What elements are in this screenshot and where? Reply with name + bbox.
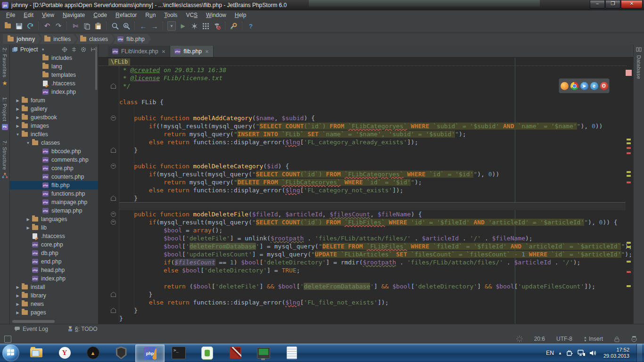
tool-button-1-project[interactable]: 1: ProjectPS: [2, 97, 8, 130]
coverage-icon[interactable]: [200, 21, 211, 31]
project-pane-title[interactable]: Project: [20, 46, 38, 53]
chevron-right-icon[interactable]: ▶: [14, 285, 22, 289]
tree-item-incfiles[interactable]: ▼incfiles: [10, 130, 98, 139]
run-config-icon[interactable]: ▼: [166, 21, 177, 31]
menu-run[interactable]: Run: [141, 12, 160, 18]
code-line[interactable]: class FLib {: [119, 98, 626, 106]
warning-stripe-mark[interactable]: [627, 246, 631, 248]
error-stripe-mark[interactable]: [627, 181, 631, 183]
tree-item-bbcode.php[interactable]: phpbbcode.php: [10, 147, 98, 156]
menu-view[interactable]: View: [38, 12, 58, 18]
hector-inspections-icon[interactable]: [631, 336, 637, 342]
code-line[interactable]: if(mysql_result(mysql_query("SELECT COUN…: [119, 218, 626, 226]
editor-body[interactable]: \FLib * @created on 29.03.13 16:38 * @li…: [99, 58, 633, 324]
tree-item-library[interactable]: ▶library: [10, 291, 98, 300]
code-line[interactable]: if($filesCount == 1) $bool['deleteDirect…: [119, 258, 626, 266]
chevron-down-icon[interactable]: ▼: [41, 48, 45, 52]
caret-position[interactable]: 20:6: [534, 336, 545, 342]
taskbar-item-notepad[interactable]: [278, 345, 306, 362]
code-line[interactable]: return mysql_query("DELETE FROM `FLibCat…: [119, 178, 626, 186]
ie-icon[interactable]: e: [590, 82, 598, 90]
forward-icon[interactable]: →: [149, 21, 160, 31]
taskbar-item-phpstorm[interactable]: php: [135, 345, 165, 362]
debug-icon[interactable]: [189, 21, 200, 31]
editor-code[interactable]: * @created on 29.03.13 16:38 * @license …: [119, 66, 626, 322]
menu-vcs[interactable]: VCS: [182, 12, 202, 18]
tree-item-images[interactable]: ▶images: [10, 122, 98, 130]
code-line[interactable]: else return functions::display_error($ln…: [119, 186, 626, 194]
code-line[interactable]: }: [119, 194, 626, 202]
tree-item-index.php[interactable]: phpindex.php: [10, 274, 98, 283]
taskbar-item-qip[interactable]: [193, 345, 221, 362]
code-line[interactable]: [119, 202, 626, 210]
tree-item-lib[interactable]: ▶lib: [10, 223, 98, 232]
tree-item-lang[interactable]: lang: [10, 62, 98, 71]
code-line[interactable]: public function modelDeleteCategory($id)…: [119, 162, 626, 170]
chrome-icon[interactable]: [570, 82, 578, 90]
tree-item-install[interactable]: ▶install: [10, 283, 98, 291]
fold-start-icon[interactable]: [111, 220, 116, 225]
chevron-right-icon[interactable]: ▶: [14, 302, 22, 306]
taskbar-item-aimp[interactable]: ▲: [79, 345, 107, 362]
breadcrumb-classes[interactable]: classes: [75, 34, 115, 44]
error-stripe-mark[interactable]: [627, 147, 631, 149]
error-stripe-top-mark[interactable]: [626, 70, 632, 76]
code-line[interactable]: [119, 154, 626, 162]
editor-gutter[interactable]: [108, 66, 119, 324]
replace-icon[interactable]: A: [121, 21, 132, 31]
code-line[interactable]: public function modelDeleteFile($fileId,…: [119, 210, 626, 218]
fold-end-icon[interactable]: [111, 292, 116, 297]
minimize-button[interactable]: –: [590, 0, 605, 8]
warning-stripe-mark[interactable]: [627, 242, 631, 244]
fold-start-icon[interactable]: [111, 212, 116, 217]
cut-icon[interactable]: ✄: [70, 21, 81, 31]
tree-item-comments.php[interactable]: phpcomments.php: [10, 156, 98, 164]
breadcrumb-incfiles[interactable]: incfiles: [40, 34, 77, 44]
tab-flib.php[interactable]: phpflib.php✕: [170, 46, 214, 57]
tree-item-flib.php[interactable]: phpflib.php: [10, 181, 98, 189]
warning-stripe-mark[interactable]: [627, 175, 631, 177]
tree-item-pages[interactable]: ▶pages: [10, 308, 98, 317]
code-line[interactable]: if(mysql_result(mysql_query("SELECT COUN…: [119, 170, 626, 178]
back-icon[interactable]: ←: [138, 21, 149, 31]
close-tab-icon[interactable]: ✕: [205, 49, 209, 54]
safari-icon[interactable]: ➤: [580, 82, 588, 90]
taskbar-item-terminal[interactable]: >_: [165, 345, 193, 362]
file-encoding[interactable]: UTF-8: [556, 336, 572, 342]
code-line[interactable]: [119, 274, 626, 282]
menu-file[interactable]: File: [2, 12, 19, 18]
code-line[interactable]: public function modelAddCategory($name, …: [119, 114, 626, 122]
code-line[interactable]: return ($bool['deleteFile'] && $bool['de…: [119, 282, 626, 290]
fold-start-icon[interactable]: [111, 115, 116, 121]
menu-navigate[interactable]: Navigate: [58, 12, 89, 18]
gear-icon[interactable]: [81, 47, 87, 53]
chevron-right-icon[interactable]: ▶: [14, 124, 22, 128]
tool-button-database[interactable]: Database: [636, 55, 642, 79]
settings-icon[interactable]: [228, 21, 239, 31]
tree-item-mainpage.php[interactable]: phpmainpage.php: [10, 198, 98, 206]
tree-item-functions.php[interactable]: phpfunctions.php: [10, 189, 98, 198]
tree-item-db.php[interactable]: phpdb.php: [10, 249, 98, 257]
menu-window[interactable]: Window: [202, 12, 231, 18]
tool-button-2-favorites[interactable]: 2: Favorites★: [2, 48, 8, 87]
collapse-all-icon[interactable]: [71, 47, 77, 53]
code-line[interactable]: * @license FLib/license.txt: [119, 74, 626, 82]
tool-button-7-structure[interactable]: 7: Structure: [2, 140, 8, 179]
taskbar-item-system-monitor[interactable]: [249, 345, 278, 362]
code-line[interactable]: $bool['deleteFile'] = unlink($rootpath .…: [119, 234, 626, 242]
locate-icon[interactable]: [62, 47, 68, 53]
chevron-right-icon[interactable]: ▶: [24, 226, 32, 230]
paste-icon[interactable]: [92, 21, 104, 31]
help-icon[interactable]: ?: [245, 21, 256, 31]
tree-item-counters.php[interactable]: phpcounters.php: [10, 173, 98, 181]
breadcrumb-flib.php[interactable]: phpflib.php: [113, 34, 151, 44]
redo-icon[interactable]: ↷: [53, 21, 64, 31]
breadcrumb-johnny[interactable]: johnny: [3, 34, 41, 44]
code-line[interactable]: $bool['updateFilesCount'] = mysql_query(…: [119, 250, 626, 258]
run-icon[interactable]: ▶: [177, 21, 189, 31]
menu-refactor[interactable]: Refactor: [111, 12, 141, 18]
code-line[interactable]: [119, 90, 626, 98]
chevron-right-icon[interactable]: ▶: [14, 311, 22, 315]
warning-stripe-mark[interactable]: [627, 142, 631, 144]
warning-stripe-mark[interactable]: [627, 171, 631, 173]
